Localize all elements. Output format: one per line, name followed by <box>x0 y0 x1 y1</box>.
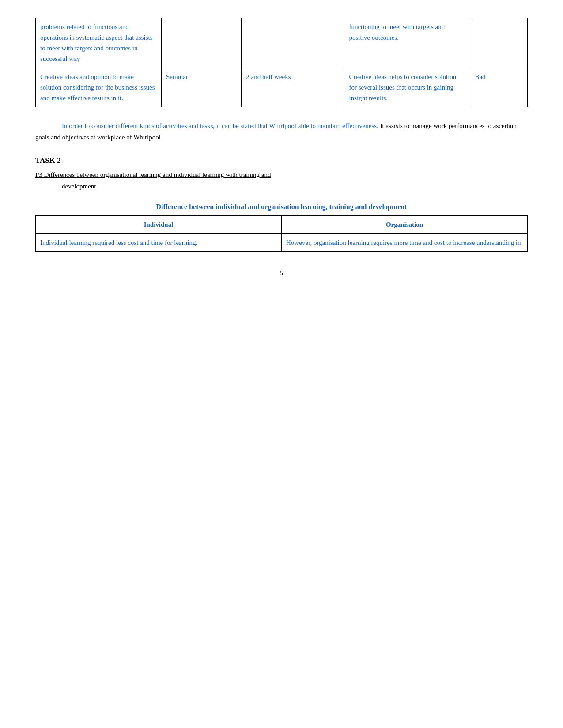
diff-organisation-cell: However, organisation learning requires … <box>282 234 528 252</box>
table-cell-col1: problems related to functions and operat… <box>36 18 162 68</box>
table-cell-col4: functioning to meet with targets and pos… <box>344 18 470 68</box>
page-number: 5 <box>35 270 528 277</box>
table-row: problems related to functions and operat… <box>36 18 528 68</box>
table-cell-col5 <box>470 18 528 68</box>
table-cell-col3 <box>242 18 344 68</box>
diff-section-heading: Difference between individual and organi… <box>35 203 528 211</box>
diff-col-individual-header: Individual <box>36 216 282 234</box>
table-cell-col4: Creative ideas helps to consider solutio… <box>344 68 470 107</box>
table-cell-col5: Bad <box>470 68 528 107</box>
paragraph-blue: In order to consider different kinds of … <box>62 122 378 129</box>
table-cell-col2 <box>161 18 241 68</box>
diff-individual-cell: Individual learning required less cost a… <box>36 234 282 252</box>
table-cell-col1: Creative ideas and opinion to make solut… <box>36 68 162 107</box>
table-cell-col3: 2 and half weeks <box>242 68 344 107</box>
p3-heading: P3 Differences between organisational le… <box>35 169 528 192</box>
main-table: problems related to functions and operat… <box>35 18 528 107</box>
paragraph-text: In order to consider different kinds of … <box>35 120 528 143</box>
diff-col-organisation-header: Organisation <box>282 216 528 234</box>
diff-table-row: Individual learning required less cost a… <box>36 234 528 252</box>
diff-table-header-row: Individual Organisation <box>36 216 528 234</box>
paragraph-section: In order to consider different kinds of … <box>35 120 528 143</box>
table-row: Creative ideas and opinion to make solut… <box>36 68 528 107</box>
diff-table: Individual Organisation Individual learn… <box>35 215 528 252</box>
task2-heading: TASK 2 <box>35 156 528 165</box>
table-cell-col2: Seminar <box>161 68 241 107</box>
